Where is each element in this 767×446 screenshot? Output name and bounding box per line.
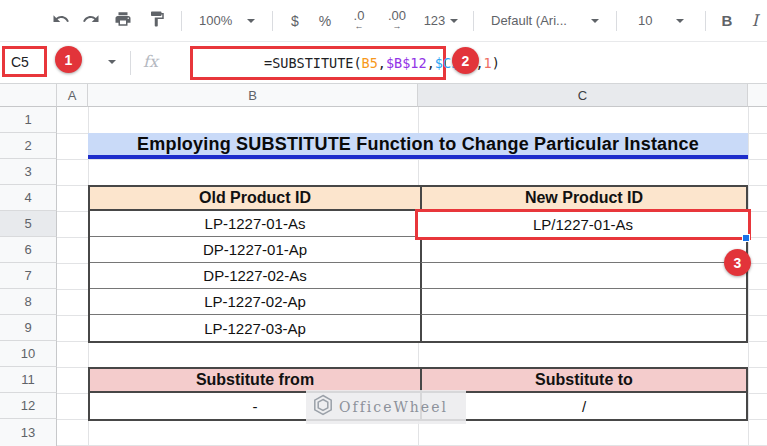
increase-decimal-button[interactable]: .00 → (378, 6, 416, 36)
column-header-a[interactable]: A (57, 84, 88, 107)
bold-button[interactable]: B (713, 6, 741, 36)
cell-c5-value: LP/1227-01-As (533, 216, 633, 233)
undo-button[interactable] (46, 6, 76, 36)
formula-bar: C5 1 fx =SUBSTITUTE(B5,$B$12,$C$12,1) 2 (0, 42, 767, 84)
fx-icon: fx (143, 52, 158, 71)
undo-icon (52, 10, 70, 31)
formula-bar-separator (130, 51, 131, 75)
gridline (57, 159, 767, 160)
zoom-value: 100% (199, 13, 232, 28)
row-header-7[interactable]: 7 (0, 263, 57, 289)
paint-format-icon (148, 10, 166, 31)
name-box[interactable]: C5 (11, 54, 29, 70)
right-arrow-icon: → (393, 21, 402, 32)
selected-cell-c5-highlight[interactable]: LP/1227-01-As (415, 209, 751, 240)
number-format-label: 123 (424, 13, 446, 28)
font-size-select[interactable]: 10 (624, 6, 698, 36)
font-family-select[interactable]: Default (Ari... (481, 6, 609, 36)
cell-b6[interactable]: DP-1227-01-Ap (90, 237, 420, 263)
italic-button[interactable]: I (741, 6, 767, 36)
row-header-3[interactable]: 3 (0, 159, 57, 185)
cell-c7[interactable] (420, 263, 746, 289)
formula-text: , (378, 55, 386, 71)
row-header-2[interactable]: 2 (0, 133, 57, 159)
watermark: OfficeWheel (306, 390, 466, 424)
chevron-down-icon (450, 19, 458, 23)
paint-format-button[interactable] (140, 6, 174, 36)
column-letter: C (578, 88, 587, 103)
currency-icon: $ (291, 13, 299, 29)
chevron-down-icon (676, 19, 684, 23)
cell-c6[interactable] (420, 237, 746, 263)
header-old-product-id[interactable]: Old Product ID (90, 187, 420, 211)
row-number: 4 (24, 190, 31, 205)
italic-icon: I (752, 11, 758, 30)
row-number: 13 (21, 425, 35, 440)
row-header-10[interactable]: 10 (0, 341, 57, 367)
annotation-step-2: 2 (452, 47, 479, 74)
left-arrow-icon: ← (355, 21, 364, 32)
header-new-product-id[interactable]: New Product ID (420, 187, 746, 211)
row-header-1[interactable]: 1 (0, 107, 57, 133)
print-icon (114, 10, 132, 31)
formula-text: ) (492, 55, 500, 71)
row-number: 2 (24, 138, 31, 153)
cell-c8[interactable] (420, 289, 746, 315)
decrease-decimal-icon: .0 (354, 10, 365, 21)
row-header-5[interactable]: 5 (0, 211, 57, 237)
row-number: 7 (24, 268, 31, 283)
column-letter: A (68, 88, 77, 103)
chevron-down-icon (247, 19, 255, 23)
row-header-8[interactable]: 8 (0, 289, 57, 315)
cell-b9[interactable]: LP-1227-03-Ap (90, 315, 420, 341)
redo-button[interactable] (76, 6, 106, 36)
row-header-9[interactable]: 9 (0, 315, 57, 341)
cell-b5[interactable]: LP-1227-01-As (90, 211, 420, 237)
row-number: 5 (24, 216, 31, 231)
formula-number-arg: 1 (484, 55, 492, 71)
print-button[interactable] (106, 6, 140, 36)
name-box-dropdown-icon[interactable] (108, 60, 116, 64)
formula-highlight: =SUBSTITUTE(B5,$B$12,$C$12,1) (190, 46, 446, 80)
row-number: 12 (21, 398, 35, 413)
sheet-title-cell[interactable]: Employing SUBSTITUTE Function to Change … (88, 133, 748, 159)
grid-corner-box[interactable] (0, 84, 57, 107)
format-currency-button[interactable]: $ (280, 6, 310, 36)
column-header-c[interactable]: C (418, 84, 748, 107)
chevron-down-icon (591, 19, 599, 23)
header-substitute-to[interactable]: Substitute to (420, 369, 746, 393)
column-header-b[interactable]: B (88, 84, 418, 107)
watermark-text: OfficeWheel (339, 399, 448, 415)
row-number: 1 (24, 112, 31, 127)
column-header-d-partial[interactable] (748, 84, 767, 107)
number-format-button[interactable]: 123 (416, 6, 466, 36)
row-header-11[interactable]: 11 (0, 367, 57, 393)
formula-ref-b12: $B$12 (386, 55, 427, 71)
zoom-select[interactable]: 100% (189, 6, 265, 36)
format-percent-button[interactable]: % (310, 6, 340, 36)
row-header-12[interactable]: 12 (0, 393, 57, 419)
fill-handle[interactable] (742, 234, 750, 242)
font-size-value: 10 (638, 13, 652, 28)
spreadsheet-grid: A B C 1 2 3 4 5 6 7 8 9 10 11 12 13 (0, 84, 767, 446)
row-number: 3 (24, 164, 31, 179)
row-number: 9 (24, 320, 31, 335)
cell-b8[interactable]: LP-1227-02-Ap (90, 289, 420, 315)
cell-c9[interactable] (420, 315, 746, 341)
row-header-4[interactable]: 4 (0, 185, 57, 211)
toolbar-separator (473, 11, 474, 31)
officewheel-logo-icon (311, 393, 335, 421)
row-number: 8 (24, 294, 31, 309)
row-header-13[interactable]: 13 (0, 419, 57, 446)
cell-c12[interactable]: / (420, 393, 746, 419)
increase-decimal-icon: .00 (388, 10, 406, 21)
decrease-decimal-button[interactable]: .0 ← (340, 6, 378, 36)
row-number: 10 (21, 346, 35, 361)
annotation-step-3: 3 (724, 249, 751, 276)
bold-icon: B (722, 12, 733, 29)
cell-b7[interactable]: DP-1227-02-As (90, 263, 420, 289)
formula-text: =SUBSTITUTE( (264, 55, 362, 71)
toolbar-separator (272, 11, 273, 31)
gridline (748, 107, 749, 446)
row-header-6[interactable]: 6 (0, 237, 57, 263)
